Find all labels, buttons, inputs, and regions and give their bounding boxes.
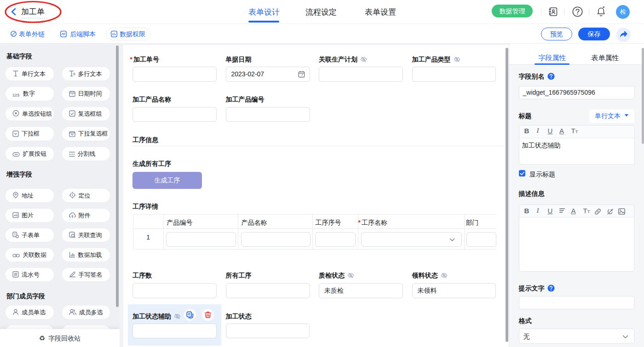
svg-text:7: 7 <box>71 93 73 96</box>
svg-text:7: 7 <box>301 74 303 77</box>
svg-text:123: 123 <box>12 92 19 97</box>
